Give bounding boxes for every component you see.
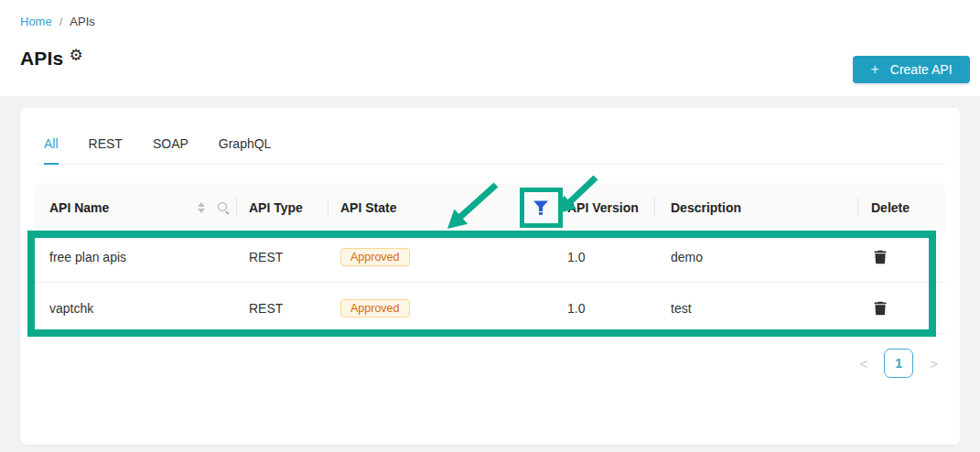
breadcrumb: Home / APIs xyxy=(20,15,95,28)
header-divider xyxy=(857,198,858,217)
api-version-cell: 1.0 xyxy=(567,250,585,264)
column-header-delete: Delete xyxy=(871,200,910,215)
breadcrumb-home-link[interactable]: Home xyxy=(20,15,52,28)
tab-soap[interactable]: SOAP xyxy=(153,124,188,164)
column-header-api-name[interactable]: API Name xyxy=(49,200,109,215)
trash-icon[interactable] xyxy=(874,301,887,315)
api-table-header: API Name API Type API State API Version … xyxy=(35,183,945,231)
api-state-cell: Approved xyxy=(340,299,410,317)
chevron-right-icon[interactable]: > xyxy=(930,356,938,371)
table-row[interactable]: free plan apis REST Approved 1.0 demo xyxy=(35,231,945,283)
trash-icon[interactable] xyxy=(874,250,887,264)
page-header: Home / APIs APIs ⚙ + Create API xyxy=(0,0,980,97)
filter-funnel-icon[interactable] xyxy=(533,200,549,215)
api-name-cell: vaptchk xyxy=(49,301,93,316)
tab-graphql[interactable]: GraphQL xyxy=(219,124,272,164)
create-api-button[interactable]: + Create API xyxy=(853,56,970,83)
api-table: API Name API Type API State API Version … xyxy=(35,183,945,334)
plus-icon: + xyxy=(870,61,878,78)
caret-down-icon xyxy=(198,209,205,213)
pagination: < 1 > xyxy=(859,349,938,378)
api-type-cell: REST xyxy=(249,301,283,316)
status-badge: Approved xyxy=(340,248,410,266)
table-row[interactable]: vaptchk REST Approved 1.0 test xyxy=(35,283,945,334)
api-version-cell: 1.0 xyxy=(567,301,585,316)
search-icon[interactable] xyxy=(217,201,230,214)
header-divider xyxy=(328,198,328,217)
api-type-cell: REST xyxy=(249,250,283,264)
description-cell: demo xyxy=(671,250,703,264)
api-type-tabs: All REST SOAP GraphQL xyxy=(35,124,945,165)
column-header-api-state: API State xyxy=(340,200,396,215)
header-divider xyxy=(654,198,655,217)
breadcrumb-current: APIs xyxy=(70,15,94,28)
column-header-description: Description xyxy=(671,200,741,215)
api-state-cell: Approved xyxy=(340,248,410,266)
pagination-page-1[interactable]: 1 xyxy=(884,349,913,378)
chevron-left-icon[interactable]: < xyxy=(859,356,867,371)
description-cell: test xyxy=(671,301,692,316)
tab-all[interactable]: All xyxy=(44,124,59,164)
column-header-api-type: API Type xyxy=(249,200,303,215)
api-name-cell: free plan apis xyxy=(49,250,126,264)
page-title: APIs xyxy=(20,48,64,70)
breadcrumb-separator: / xyxy=(59,15,63,28)
caret-up-icon xyxy=(198,202,205,207)
header-divider xyxy=(236,198,237,217)
tab-rest[interactable]: REST xyxy=(89,124,123,164)
create-api-button-label: Create API xyxy=(890,62,953,77)
status-badge: Approved xyxy=(340,299,410,317)
gear-icon[interactable]: ⚙ xyxy=(70,48,83,63)
title-row: APIs ⚙ xyxy=(20,48,83,70)
sort-carets-icon[interactable] xyxy=(198,202,205,213)
api-list-card: All REST SOAP GraphQL API Name API Type … xyxy=(20,108,960,445)
column-header-api-version: API Version xyxy=(567,200,639,215)
